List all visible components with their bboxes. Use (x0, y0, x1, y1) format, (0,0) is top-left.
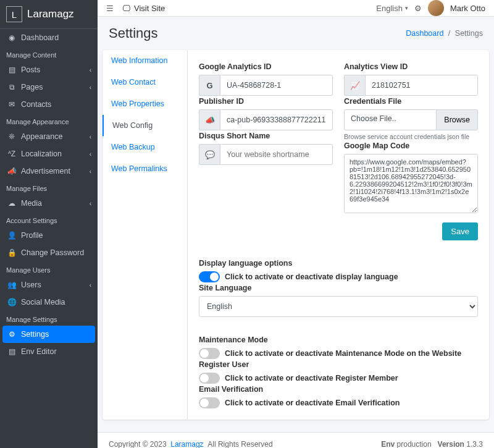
chevron-left-icon: ‹ (90, 67, 91, 74)
display-lang-label: Display language options (199, 259, 478, 268)
display-language-toggle-label: Click to activate or deactivate display … (225, 273, 398, 281)
chevron-left-icon: ‹ (90, 84, 91, 91)
reg-label: Register User (199, 360, 478, 369)
chevron-left-icon: ‹ (90, 151, 91, 158)
users-icon: 👥 (6, 281, 17, 289)
rights: All Rights Reserved (207, 440, 272, 448)
language-dropdown[interactable]: English ▾ (376, 4, 408, 13)
page-title: Settings (109, 25, 158, 41)
register-toggle-label: Click to activate or deactivate Register… (225, 374, 398, 382)
sidebar-item-change-password[interactable]: 🔒Change Password (0, 244, 98, 261)
visit-site-link[interactable]: 🖵 Visit Site (122, 4, 165, 13)
file-code-icon: ▤ (6, 347, 17, 356)
brand[interactable]: L Laramagz (0, 0, 98, 29)
breadcrumb-dashboard[interactable]: Dashboard (406, 29, 443, 38)
disqus-input[interactable] (220, 144, 333, 165)
sidebar-item-settings[interactable]: ⚙Settings (2, 326, 95, 343)
chevron-left-icon: ‹ (90, 133, 91, 140)
version-label: Version (438, 440, 464, 448)
copyright: Copyright © 2023 (109, 440, 167, 448)
brand-logo: L (6, 6, 22, 22)
nav-header-files: Manage Files (0, 180, 98, 195)
chevron-down-icon: ▾ (405, 5, 408, 11)
sidebar-item-media[interactable]: ☁Media‹ (0, 195, 98, 212)
tab-web-backup[interactable]: Web Backup (103, 137, 187, 158)
chevron-left-icon: ‹ (90, 200, 91, 207)
sidebar-item-users[interactable]: 👥Users‹ (0, 276, 98, 294)
cred-file-label[interactable]: Choose File.. (344, 109, 437, 130)
publisher-input[interactable] (220, 109, 333, 130)
file-icon: ▤ (6, 66, 17, 74)
sidebar-item-advertisement[interactable]: 📣Advertisement‹ (0, 163, 98, 180)
topnav: ☰ 🖵 Visit Site English ▾ ⚙ Mark Otto (98, 0, 494, 17)
view-input[interactable] (365, 75, 478, 96)
browse-button[interactable]: Browse (437, 109, 478, 130)
tab-web-permalinks[interactable]: Web Permalinks (103, 158, 187, 180)
cogs-icon: ⚙ (6, 330, 17, 339)
menu-toggle-icon[interactable]: ☰ (106, 4, 114, 13)
sidebar-item-dashboard[interactable]: ◉Dashboard (0, 29, 98, 46)
sidebar-item-social-media[interactable]: 🌐Social Media (0, 294, 98, 311)
ev-label: Email Verification (199, 385, 478, 394)
content-header: Settings Dashboard / Settings (98, 17, 494, 50)
email-verification-toggle[interactable] (199, 397, 220, 408)
tab-pane: Google Analytics ID G Publisher ID 📣 (188, 61, 478, 408)
tab-web-properties[interactable]: Web Properties (103, 93, 187, 115)
tab-web-contact[interactable]: Web Contact (103, 72, 187, 93)
tab-web-information[interactable]: Web Information (103, 50, 187, 72)
wand-icon: ❊ (6, 132, 17, 141)
disqus-label: Disqus Short Name (199, 132, 333, 140)
tab-web-config[interactable]: Web Config (103, 115, 187, 137)
ga-input[interactable] (220, 75, 333, 96)
settings-tabs: Web Information Web Contact Web Properti… (103, 50, 188, 420)
map-textarea[interactable]: https://www.google.com/maps/embed?pb=!1m… (344, 154, 478, 213)
breadcrumb: Dashboard / Settings (406, 29, 483, 38)
publisher-label: Publisher ID (199, 97, 333, 106)
nav-header-account: Account Settings (0, 212, 98, 227)
envelope-icon: ✉ (6, 100, 17, 109)
monitor-icon: 🖵 (122, 4, 130, 13)
bullhorn-icon: 📣 (6, 167, 17, 175)
settings-card: Web Information Web Contact Web Properti… (103, 50, 489, 420)
avatar[interactable] (428, 0, 444, 16)
nav-header-settings: Manage Settings (0, 311, 98, 326)
sidebar-item-profile[interactable]: 👤Profile (0, 227, 98, 244)
brand-text: Laramagz (27, 8, 74, 20)
sidebar-item-appearance[interactable]: ❊Appearance‹ (0, 128, 98, 145)
nav-header-users: Manage Users (0, 261, 98, 276)
sidebar-item-pages[interactable]: ⧉Pages‹ (0, 78, 98, 96)
save-button[interactable]: Save (442, 222, 478, 240)
footer: Copyright © 2023 Laramagz All Rights Res… (98, 432, 494, 448)
register-toggle[interactable] (199, 373, 220, 384)
comments-icon: 💬 (199, 144, 220, 165)
bullhorn-icon: 📣 (199, 109, 220, 130)
email-verification-toggle-label: Click to activate or deactivate Email Ve… (225, 399, 400, 407)
cred-label: Credentials File (344, 97, 478, 106)
language-icon: ᴬZ (6, 150, 17, 158)
breadcrumb-current: Settings (455, 29, 483, 38)
nav-header-content: Manage Content (0, 46, 98, 61)
sidebar-item-contacts[interactable]: ✉Contacts (0, 96, 98, 113)
site-lang-label: Site Language (199, 284, 478, 292)
maintenance-toggle[interactable] (199, 348, 220, 359)
map-label: Google Map Code (344, 142, 478, 150)
user-icon: 👤 (6, 231, 17, 240)
user-name[interactable]: Mark Otto (450, 4, 485, 13)
chevron-left-icon: ‹ (90, 168, 91, 175)
gear-icon[interactable]: ⚙ (414, 4, 422, 13)
footer-brand-link[interactable]: Laramagz (170, 440, 203, 448)
sidebar-item-localization[interactable]: ᴬZLocalization‹ (0, 145, 98, 163)
chart-icon: 📈 (344, 75, 365, 96)
version: 1.3.3 (466, 440, 483, 448)
gauge-icon: ◉ (6, 33, 17, 42)
sidebar-item-env-editor[interactable]: ▤Env Editor (0, 343, 98, 360)
lock-icon: 🔒 (6, 248, 17, 257)
display-language-toggle[interactable] (199, 271, 220, 282)
cred-hint: Browse service account credentials json … (344, 133, 478, 140)
hdd-icon: ☁ (6, 199, 17, 208)
maint-label: Maintenance Mode (199, 336, 478, 344)
maintenance-toggle-label: Click to activate or deactivate Maintena… (225, 349, 461, 358)
site-language-select[interactable]: English (199, 296, 478, 317)
ga-label: Google Analytics ID (199, 62, 333, 71)
sidebar-item-posts[interactable]: ▤Posts‹ (0, 61, 98, 78)
